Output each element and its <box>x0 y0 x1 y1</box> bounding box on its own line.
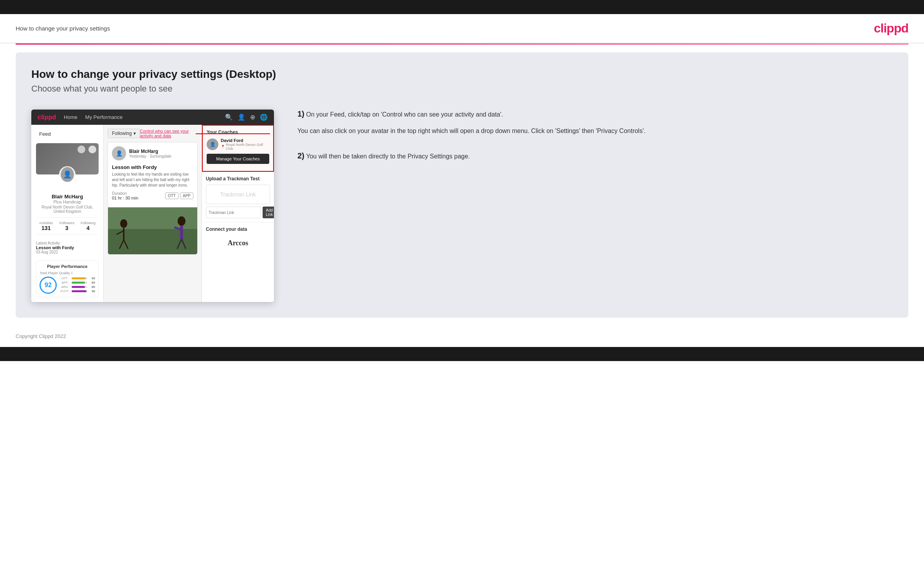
lesson-title: Lesson with Fordy <box>112 164 193 170</box>
coach-club: 📍 Royal North Devon Golf Club <box>221 143 269 151</box>
avatar-icon[interactable]: 🌐 <box>260 113 268 121</box>
upload-title: Upload a Trackman Test <box>206 176 270 182</box>
tag-ott: OTT <box>165 192 178 199</box>
instruction-step2: 2) You will then be taken directly to th… <box>297 151 885 162</box>
logo: clippd <box>874 21 908 36</box>
nav-home[interactable]: Home <box>64 114 77 120</box>
bar-arg-track <box>72 286 87 288</box>
connect-title: Connect your data <box>206 226 270 232</box>
bar-ott-fill <box>72 277 86 279</box>
bar-ott-track <box>72 277 87 279</box>
add-link-button[interactable]: Add Link <box>263 207 274 218</box>
app-right-panel: Your Coaches 👤 David Ford 📍 Royal North … <box>202 125 274 302</box>
profile-stats: Activities 131 Followers 3 Following 4 <box>36 217 99 235</box>
info-icon: ℹ <box>71 271 72 275</box>
bar-app: APP 85 <box>59 281 95 284</box>
feed-user-name: Blair McHarg <box>129 149 171 154</box>
bar-putt-track <box>72 290 87 292</box>
upload-section: Upload a Trackman Test Trackman Link Add… <box>202 172 274 222</box>
bar-putt-fill <box>72 290 86 292</box>
feed-header-container: Following ▾ Control who can see your act… <box>108 129 198 138</box>
duration-row: Duration 01 hr : 30 min OTT APP <box>112 191 193 200</box>
coach-club-name: Royal North Devon Golf Club <box>226 143 269 151</box>
page-title: How to change your privacy settings <box>16 25 110 32</box>
app-feed: Following ▾ Control who can see your act… <box>104 125 202 302</box>
coaches-section: Your Coaches 👤 David Ford 📍 Royal North … <box>202 125 274 172</box>
duration-info: Duration 01 hr : 30 min <box>112 191 138 200</box>
step2-text-content: You will then be taken directly to the P… <box>306 153 470 160</box>
feed-card-body: Lesson with Fordy Looking to feel like m… <box>108 164 197 207</box>
stat-followers: Followers 3 <box>59 221 74 231</box>
latest-activity-label: Latest Activity <box>36 241 99 245</box>
stat-activities-value: 131 <box>39 225 53 231</box>
bar-ott-value: 90 <box>89 277 95 280</box>
bar-arg: ARG 86 <box>59 285 95 289</box>
control-link[interactable]: Control who can see your activity and da… <box>140 129 198 138</box>
nav-my-performance[interactable]: My Performance <box>85 114 122 120</box>
coach-item: 👤 David Ford 📍 Royal North Devon Golf Cl… <box>207 138 269 151</box>
bar-arg-value: 86 <box>89 285 95 289</box>
person-icon[interactable]: 👤 <box>238 113 245 121</box>
trackman-input-row: Add Link <box>206 207 270 218</box>
bar-app-value: 85 <box>89 281 95 284</box>
step1-extra: You can also click on your avatar in the… <box>297 126 885 136</box>
coach-avatar: 👤 <box>207 138 218 150</box>
stat-followers-value: 3 <box>59 225 74 231</box>
stat-following: Following 4 <box>81 221 95 231</box>
quality-bars: OTT 90 APP <box>59 277 95 294</box>
golfer-image <box>108 207 197 254</box>
arccos-logo: Arccos <box>206 235 270 251</box>
performance-title: Player Performance <box>40 264 95 269</box>
connect-section: Connect your data Arccos <box>202 222 274 255</box>
following-label: Following <box>112 131 132 136</box>
coach-name: David Ford <box>221 138 269 143</box>
latest-activity-name: Lesson with Fordy <box>36 245 99 250</box>
feed-header: Following ▾ Control who can see your act… <box>108 129 198 138</box>
app-nav: clippd Home My Performance 🔍 👤 ⊕ 🌐 <box>31 110 274 125</box>
header-divider <box>16 43 908 45</box>
instruction-step1: 1) On your Feed, click/tap on 'Control w… <box>297 110 885 136</box>
app-nav-icons: 🔍 👤 ⊕ 🌐 <box>225 113 268 121</box>
trackman-placeholder: Trackman Link <box>220 191 256 198</box>
app-sidebar: Feed 👤 Blair McHarg Plus Handicap <box>31 125 104 302</box>
stat-following-value: 4 <box>81 225 95 231</box>
bar-app-fill <box>72 282 85 284</box>
profile-handicap: Plus Handicap <box>36 200 99 204</box>
tag-app: APP <box>180 192 193 199</box>
bar-ott: OTT 90 <box>59 277 95 280</box>
stat-activities: Activities 131 <box>39 221 53 231</box>
feed-card: 👤 Blair McHarg Yesterday · Sunningdale L… <box>108 142 198 255</box>
feed-user-meta: Yesterday · Sunningdale <box>129 154 171 158</box>
feed-image <box>108 207 197 254</box>
step2-paragraph: 2) You will then be taken directly to th… <box>297 151 885 162</box>
profile-name: Blair McHarg <box>36 194 99 200</box>
profile-club: Royal North Devon Golf Club, United King… <box>36 205 99 214</box>
instructions-panel: 1) On your Feed, click/tap on 'Control w… <box>290 110 893 177</box>
feed-user-info: Blair McHarg Yesterday · Sunningdale <box>129 149 171 158</box>
trackman-input[interactable] <box>206 207 261 218</box>
player-performance: Player Performance Total Player Quality … <box>36 261 99 297</box>
footer: Copyright Clippd 2022 <box>0 325 924 347</box>
duration-value: 01 hr : 30 min <box>112 196 138 200</box>
main-title: How to change your privacy settings (Des… <box>31 68 893 81</box>
app-body: Feed 👤 Blair McHarg Plus Handicap <box>31 125 274 302</box>
add-circle-icon[interactable]: ⊕ <box>250 113 255 121</box>
quality-row: 92 OTT 90 <box>40 277 95 294</box>
feed-avatar: 👤 <box>112 146 126 160</box>
lesson-desc: Looking to feel like my hands are exitin… <box>112 172 193 188</box>
stat-followers-label: Followers <box>59 221 74 225</box>
app-logo: clippd <box>38 114 56 121</box>
bar-app-track <box>72 282 87 284</box>
svg-point-7 <box>178 216 186 226</box>
stat-activities-label: Activities <box>39 221 53 225</box>
main-content: How to change your privacy settings (Des… <box>16 52 908 318</box>
header: How to change your privacy settings clip… <box>0 14 924 43</box>
location-icon: 📍 <box>221 145 225 149</box>
annotation-line <box>196 133 270 134</box>
following-button[interactable]: Following ▾ <box>108 129 140 138</box>
manage-coaches-button[interactable]: Manage Your Coaches <box>207 154 269 164</box>
bar-putt-value: 96 <box>89 289 95 293</box>
footer-text: Copyright Clippd 2022 <box>16 333 66 339</box>
search-icon[interactable]: 🔍 <box>225 113 233 121</box>
feed-tab[interactable]: Feed <box>36 129 99 138</box>
